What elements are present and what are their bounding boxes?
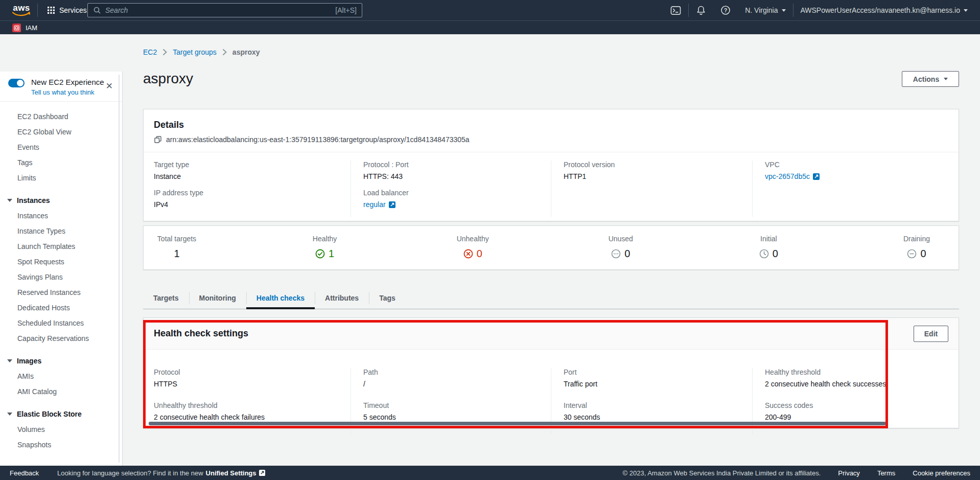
ellipsis-circle-icon	[611, 249, 621, 259]
details-card: Details arn:aws:elasticloadbalancing:us-…	[143, 109, 959, 221]
sidebar-item-ami-catalog[interactable]: AMI Catalog	[0, 384, 122, 399]
chevron-down-icon	[944, 78, 948, 80]
edit-button[interactable]: Edit	[914, 326, 948, 342]
terms-link[interactable]: Terms	[877, 469, 895, 477]
target-summary-card: Total targets 1 Healthy 1 Unhealthy 0 Un…	[143, 225, 959, 270]
search-box[interactable]: [Alt+S]	[87, 3, 362, 17]
sidebar-item-amis[interactable]: AMIs	[0, 369, 122, 384]
footer: Feedback Looking for language selection?…	[0, 466, 980, 480]
services-menu-button[interactable]: Services	[43, 0, 91, 20]
vpc-label: VPC	[765, 161, 948, 169]
cloudshell-button[interactable]	[663, 0, 688, 20]
hc-unhealthy-threshold-value: 2 consecutive health check failures	[154, 413, 351, 421]
hc-timeout-label: Timeout	[363, 401, 551, 409]
copy-icon[interactable]	[154, 135, 162, 144]
protocol-port-value: HTTPS: 443	[363, 172, 551, 180]
top-nav-row: aws Services [Alt+S] ?	[0, 0, 980, 20]
top-nav-right-cluster: ? N. Virginia AWSPowerUserAccess/navanee…	[663, 0, 975, 20]
sidebar-item-capacity-reservations[interactable]: Capacity Reservations	[0, 331, 122, 346]
region-selector[interactable]: N. Virginia	[738, 0, 792, 20]
target-type-value: Instance	[154, 172, 351, 180]
tab-targets[interactable]: Targets	[143, 287, 189, 309]
sidebar-item-snapshots[interactable]: Snapshots	[0, 437, 122, 452]
divider	[144, 152, 959, 152]
chevron-down-icon	[7, 413, 12, 416]
toggle-knob	[17, 80, 24, 86]
breadcrumb-target-groups-link[interactable]: Target groups	[173, 48, 217, 56]
tab-attributes[interactable]: Attributes	[315, 287, 369, 309]
unified-settings-link[interactable]: Unified Settings	[206, 469, 256, 477]
sidebar-item-events[interactable]: Events	[0, 140, 122, 155]
sidebar-item-launch-templates[interactable]: Launch Templates	[0, 239, 122, 254]
target-type-label: Target type	[154, 161, 351, 169]
sidebar-section-instances[interactable]: Instances	[0, 193, 122, 208]
stat-initial: Initial 0	[735, 235, 802, 269]
page-header: asproxy Actions	[143, 70, 959, 87]
sidebar-section-images[interactable]: Images	[0, 353, 122, 369]
hc-healthy-threshold-label: Healthy threshold	[765, 368, 948, 376]
notifications-button[interactable]	[689, 0, 713, 20]
sidebar-item-scheduled-instances[interactable]: Scheduled Instances	[0, 315, 122, 331]
favorite-iam-label: IAM	[26, 24, 37, 32]
search-shortcut: [Alt+S]	[335, 6, 357, 14]
chevron-down-icon	[964, 9, 968, 12]
language-selection-text: Looking for language selection? Find it …	[57, 469, 203, 477]
stat-healthy: Healthy 1	[292, 235, 358, 269]
close-icon[interactable]: ✕	[106, 82, 113, 90]
copyright-text: © 2023, Amazon Web Services India Privat…	[623, 469, 821, 477]
help-button[interactable]: ?	[713, 0, 738, 20]
sidebar-section-elastic-block-store[interactable]: Elastic Block Store	[0, 406, 122, 422]
sidebar-item-spot-requests[interactable]: Spot Requests	[0, 254, 122, 269]
chevron-down-icon	[7, 359, 12, 362]
sidebar-item-instance-types[interactable]: Instance Types	[0, 223, 122, 239]
aws-smile-icon	[12, 12, 31, 17]
aws-logo-text: aws	[13, 4, 30, 12]
hc-timeout-value: 5 seconds	[363, 413, 551, 421]
sidebar-item-instances[interactable]: Instances	[0, 208, 122, 223]
sidebar-item-dedicated-hosts[interactable]: Dedicated Hosts	[0, 300, 122, 315]
ip-address-type-value: IPv4	[154, 200, 351, 209]
actions-button[interactable]: Actions	[902, 71, 959, 87]
feedback-link[interactable]: Tell us what you think	[31, 88, 95, 96]
sidebar-item-reserved-instances[interactable]: Reserved Instances	[0, 285, 122, 300]
details-heading: Details	[154, 120, 948, 130]
sidebar-navigation: EC2 Dashboard EC2 Global View Events Tag…	[0, 102, 122, 452]
new-experience-toggle[interactable]	[8, 79, 25, 87]
sidebar-item-tags[interactable]: Tags	[0, 155, 122, 170]
aws-logo[interactable]: aws	[12, 4, 31, 17]
ip-address-type-label: IP address type	[154, 189, 351, 197]
bell-icon	[696, 5, 706, 15]
hc-path-label: Path	[363, 368, 551, 376]
hc-protocol-label: Protocol	[154, 368, 351, 376]
chevron-down-icon	[782, 9, 786, 12]
protocol-port-label: Protocol : Port	[363, 161, 551, 169]
external-link-icon	[813, 173, 820, 180]
breadcrumb-ec2-link[interactable]: EC2	[143, 48, 157, 56]
search-input[interactable]	[105, 6, 335, 14]
clock-circle-icon	[759, 249, 769, 259]
feedback-button[interactable]: Feedback	[10, 469, 39, 477]
protocol-version-value: HTTP1	[564, 172, 752, 180]
favorite-iam-link[interactable]: IAM	[12, 24, 37, 32]
favorites-bar: IAM	[0, 20, 980, 34]
sidebar-item-savings-plans[interactable]: Savings Plans	[0, 269, 122, 285]
account-menu[interactable]: AWSPowerUserAccess/navaneeth.kn@harness.…	[794, 0, 975, 20]
tab-health-checks[interactable]: Health checks	[246, 287, 315, 309]
sidebar-item-ec2-dashboard[interactable]: EC2 Dashboard	[0, 109, 122, 124]
hc-interval-value: 30 seconds	[564, 413, 752, 421]
tab-monitoring[interactable]: Monitoring	[189, 287, 246, 309]
tab-tags[interactable]: Tags	[369, 287, 406, 309]
sidebar-item-ec2-global-view[interactable]: EC2 Global View	[0, 124, 122, 140]
vpc-link[interactable]: vpc-2657db5c	[765, 172, 810, 180]
privacy-link[interactable]: Privacy	[838, 469, 860, 477]
stat-unhealthy: Unhealthy 0	[439, 235, 506, 269]
new-experience-title: New EC2 Experience	[31, 78, 104, 86]
cookie-preferences-link[interactable]: Cookie preferences	[913, 469, 970, 477]
sidebar-item-limits[interactable]: Limits	[0, 170, 122, 186]
horizontal-scrollbar[interactable]	[149, 422, 886, 425]
services-label: Services	[59, 6, 87, 14]
sidebar: New EC2 Experience Tell us what you thin…	[0, 72, 123, 466]
sidebar-item-volumes[interactable]: Volumes	[0, 422, 122, 437]
chevron-right-icon	[162, 49, 167, 56]
load-balancer-link[interactable]: regular	[363, 200, 386, 209]
